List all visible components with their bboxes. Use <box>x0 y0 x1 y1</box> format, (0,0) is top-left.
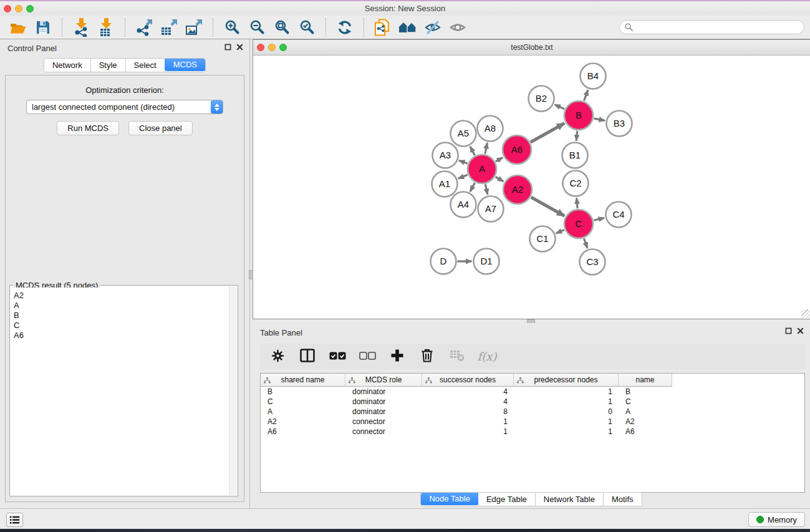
graph-node-A4[interactable]: A4 <box>451 192 476 218</box>
graph-edge-C-C2[interactable] <box>577 198 577 208</box>
graph-node-C3[interactable]: C3 <box>580 249 605 275</box>
table-cell[interactable]: A6 <box>619 427 672 436</box>
zoom-in-button[interactable] <box>221 17 243 37</box>
show-all-button[interactable] <box>447 17 468 37</box>
zoom-out-button[interactable] <box>246 17 268 37</box>
mcds-result-item[interactable]: A6 <box>14 331 228 341</box>
graph-edge-B-B4[interactable] <box>584 90 588 100</box>
table-row[interactable]: Bdominator41B <box>261 387 804 397</box>
graph-node-A2[interactable]: A2 <box>503 175 532 204</box>
table-cell[interactable]: B <box>261 387 345 396</box>
tab-node-table[interactable]: Node Table <box>420 492 479 505</box>
table-cell[interactable]: dominator <box>345 407 422 416</box>
table-cell[interactable]: C <box>261 397 345 406</box>
select-all-button[interactable] <box>326 347 349 366</box>
table-row[interactable]: Cdominator41C <box>261 397 804 407</box>
graph-node-A7[interactable]: A7 <box>478 196 504 222</box>
graph-edge-C-C1[interactable] <box>556 230 564 233</box>
clone-network-button[interactable] <box>372 17 393 37</box>
mcds-result-item[interactable]: A <box>14 301 228 311</box>
network-canvas[interactable]: B4B2BB3A8A5A6A3B1AA1C2A2A4A7C4CC1C3DD1 <box>253 56 810 319</box>
tab-motifs[interactable]: Motifs <box>604 493 642 506</box>
graph-node-B3[interactable]: B3 <box>607 111 632 137</box>
table-cell[interactable]: A6 <box>261 427 345 436</box>
table-cell[interactable]: 4 <box>422 387 514 396</box>
table-cell[interactable]: A <box>261 407 345 416</box>
deselect-all-button[interactable] <box>356 347 378 366</box>
graph-node-D1[interactable]: D1 <box>474 249 499 274</box>
table-cell[interactable]: B <box>619 387 672 396</box>
table-cell[interactable]: 1 <box>422 427 514 436</box>
graph-edge-A-A7[interactable] <box>485 184 488 195</box>
close-panel-button[interactable]: Close panel <box>128 121 193 135</box>
export-network-button[interactable] <box>133 17 155 37</box>
tab-network-table[interactable]: Network Table <box>536 493 604 506</box>
table-cell[interactable]: A <box>619 407 672 416</box>
network-close-button[interactable] <box>257 44 264 51</box>
import-network-button[interactable] <box>70 17 92 37</box>
column-header-MCDS-role[interactable]: MCDS role <box>345 374 422 387</box>
tab-style[interactable]: Style <box>91 59 126 72</box>
add-column-button[interactable] <box>386 347 408 366</box>
table-cell[interactable]: 1 <box>514 427 619 436</box>
graph-edge-A2-C[interactable] <box>531 197 565 216</box>
gear-button[interactable] <box>266 347 289 366</box>
save-session-button[interactable] <box>32 17 54 37</box>
run-mcds-button[interactable]: Run MCDS <box>57 121 119 135</box>
graph-edge-B-B2[interactable] <box>554 105 564 109</box>
graph-edge-A-A4[interactable] <box>470 183 475 191</box>
graph-node-C4[interactable]: C4 <box>606 202 632 228</box>
graph-node-C[interactable]: C <box>564 210 593 238</box>
table-cell[interactable]: 1 <box>514 397 619 406</box>
task-history-button[interactable] <box>6 513 23 527</box>
graph-node-A[interactable]: A <box>468 155 496 183</box>
delete-column-button[interactable] <box>416 347 438 366</box>
graph-node-A1[interactable]: A1 <box>432 172 458 197</box>
column-header-successor-nodes[interactable]: successor nodes <box>422 374 514 387</box>
graph-edge-A-A1[interactable] <box>458 175 468 178</box>
close-window-button[interactable] <box>4 5 11 12</box>
graph-edge-A-A2[interactable] <box>496 177 504 182</box>
export-table-button[interactable] <box>158 17 180 37</box>
tab-network[interactable]: Network <box>44 59 91 72</box>
mcds-result-item[interactable]: C <box>14 321 228 331</box>
table-row[interactable]: A6connector11A6 <box>261 427 804 437</box>
zoom-selected-button[interactable] <box>296 17 317 37</box>
table-cell[interactable]: connector <box>345 417 422 426</box>
optimization-criterion-dropdown[interactable]: largest connected component (directed) <box>26 100 223 114</box>
tab-edge-table[interactable]: Edge Table <box>478 493 536 506</box>
graph-edge-A6-B[interactable] <box>531 123 564 142</box>
mcds-list-scrollbar[interactable] <box>229 286 237 495</box>
graph-edge-B-B3[interactable] <box>594 118 605 121</box>
float-table-panel-icon[interactable] <box>785 327 792 334</box>
table-cell[interactable]: 1 <box>422 417 514 426</box>
tab-mcds[interactable]: MCDS <box>165 58 206 71</box>
table-cell[interactable]: 1 <box>514 417 619 426</box>
splitter-handle-vertical[interactable] <box>249 270 253 279</box>
import-table-button[interactable] <box>95 17 117 37</box>
search-field[interactable] <box>619 20 804 34</box>
graph-edge-B-B1[interactable] <box>576 131 577 141</box>
table-row[interactable]: Adominator80A <box>261 407 804 417</box>
network-minimize-button[interactable] <box>268 44 276 51</box>
column-header-predecessor-nodes[interactable]: predecessor nodes <box>514 374 619 387</box>
table-cell[interactable]: A2 <box>261 417 345 426</box>
graph-node-A6[interactable]: A6 <box>503 135 531 164</box>
graph-node-A5[interactable]: A5 <box>451 121 476 147</box>
graph-node-A8[interactable]: A8 <box>478 116 503 142</box>
zoom-fit-button[interactable] <box>271 17 292 37</box>
table-cell[interactable]: 0 <box>514 407 619 416</box>
graph-edge-A-A8[interactable] <box>485 143 488 154</box>
column-header-name[interactable]: name <box>619 374 672 387</box>
window-resize-grip[interactable] <box>801 309 810 318</box>
tab-select[interactable]: Select <box>126 59 165 72</box>
graph-edge-A-A3[interactable] <box>459 160 468 163</box>
graph-edge-A-A6[interactable] <box>496 158 503 162</box>
refresh-layout-button[interactable] <box>334 17 355 37</box>
table-cell[interactable]: dominator <box>345 397 422 406</box>
network-graph[interactable]: B4B2BB3A8A5A6A3B1AA1C2A2A4A7C4CC1C3DD1 <box>253 56 810 319</box>
mcds-result-item[interactable]: B <box>14 311 228 321</box>
close-table-panel-icon[interactable] <box>797 327 804 334</box>
open-session-button[interactable] <box>7 17 29 37</box>
graph-node-B1[interactable]: B1 <box>562 143 588 168</box>
